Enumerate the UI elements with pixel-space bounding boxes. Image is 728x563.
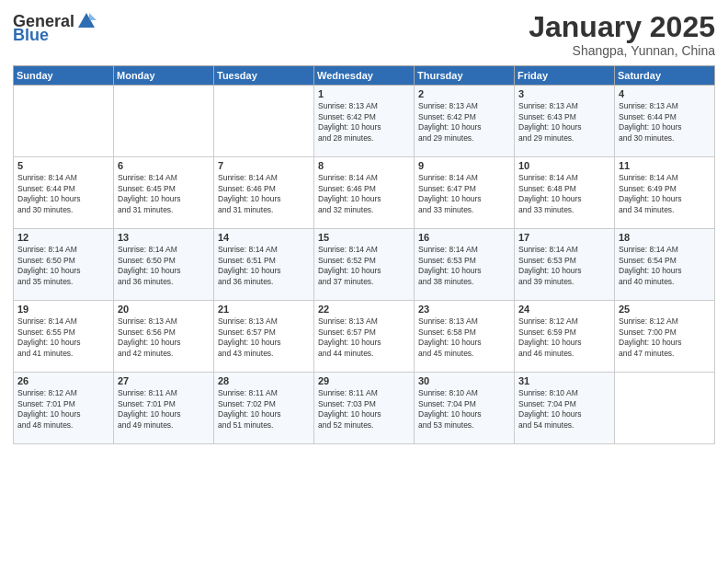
month-title: January 2025: [529, 11, 715, 43]
week-row-1: 1Sunrise: 8:13 AMSunset: 6:42 PMDaylight…: [14, 86, 715, 157]
col-header-wednesday: Wednesday: [314, 66, 415, 86]
col-header-monday: Monday: [114, 66, 214, 86]
calendar-table: SundayMondayTuesdayWednesdayThursdayFrid…: [13, 65, 715, 444]
day-number: 8: [318, 160, 410, 171]
day-info: Sunrise: 8:13 AMSunset: 6:44 PMDaylight:…: [619, 101, 711, 144]
day-cell: 3Sunrise: 8:13 AMSunset: 6:43 PMDaylight…: [515, 86, 615, 157]
day-cell: 5Sunrise: 8:14 AMSunset: 6:44 PMDaylight…: [14, 157, 114, 229]
col-header-thursday: Thursday: [415, 66, 515, 86]
day-info: Sunrise: 8:14 AMSunset: 6:51 PMDaylight:…: [218, 245, 310, 287]
day-number: 28: [218, 375, 310, 386]
day-cell: 28Sunrise: 8:11 AMSunset: 7:02 PMDayligh…: [214, 373, 314, 444]
day-number: 24: [518, 304, 610, 315]
day-cell: 4Sunrise: 8:13 AMSunset: 6:44 PMDaylight…: [615, 86, 715, 157]
day-number: 20: [118, 304, 210, 315]
day-info: Sunrise: 8:13 AMSunset: 6:42 PMDaylight:…: [318, 101, 410, 144]
day-cell: 7Sunrise: 8:14 AMSunset: 6:46 PMDaylight…: [214, 157, 314, 229]
day-number: 7: [218, 160, 310, 171]
day-number: 27: [118, 375, 210, 386]
col-header-tuesday: Tuesday: [214, 66, 314, 86]
day-info: Sunrise: 8:14 AMSunset: 6:45 PMDaylight:…: [118, 173, 210, 215]
week-row-3: 12Sunrise: 8:14 AMSunset: 6:50 PMDayligh…: [14, 229, 715, 301]
day-cell: 22Sunrise: 8:13 AMSunset: 6:57 PMDayligh…: [314, 301, 415, 373]
day-info: Sunrise: 8:12 AMSunset: 7:00 PMDaylight:…: [619, 316, 711, 359]
day-number: 15: [318, 232, 410, 243]
day-cell: 11Sunrise: 8:14 AMSunset: 6:49 PMDayligh…: [615, 157, 715, 229]
day-cell: 1Sunrise: 8:13 AMSunset: 6:42 PMDaylight…: [314, 86, 415, 157]
header: General Blue January 2025 Shangpa, Yunna…: [13, 11, 715, 58]
day-cell: 15Sunrise: 8:14 AMSunset: 6:52 PMDayligh…: [314, 229, 415, 301]
day-info: Sunrise: 8:14 AMSunset: 6:44 PMDaylight:…: [17, 173, 109, 215]
logo-icon: [76, 11, 97, 31]
day-number: 25: [619, 304, 711, 315]
day-cell: 10Sunrise: 8:14 AMSunset: 6:48 PMDayligh…: [515, 157, 615, 229]
day-cell: 26Sunrise: 8:12 AMSunset: 7:01 PMDayligh…: [14, 373, 114, 444]
day-cell: 24Sunrise: 8:12 AMSunset: 6:59 PMDayligh…: [515, 301, 615, 373]
day-number: 21: [218, 304, 310, 315]
day-number: 12: [17, 232, 109, 243]
day-info: Sunrise: 8:14 AMSunset: 6:46 PMDaylight:…: [218, 173, 310, 215]
day-cell: 27Sunrise: 8:11 AMSunset: 7:01 PMDayligh…: [114, 373, 214, 444]
day-info: Sunrise: 8:14 AMSunset: 6:55 PMDaylight:…: [17, 316, 109, 359]
day-number: 18: [619, 232, 711, 243]
col-header-friday: Friday: [515, 66, 615, 86]
day-cell: 8Sunrise: 8:14 AMSunset: 6:46 PMDaylight…: [314, 157, 415, 229]
day-info: Sunrise: 8:12 AMSunset: 7:01 PMDaylight:…: [17, 388, 109, 431]
day-number: 19: [17, 304, 109, 315]
day-info: Sunrise: 8:14 AMSunset: 6:46 PMDaylight:…: [318, 173, 410, 215]
day-number: 22: [318, 304, 410, 315]
day-number: 26: [17, 375, 109, 386]
day-cell: 9Sunrise: 8:14 AMSunset: 6:47 PMDaylight…: [415, 157, 515, 229]
day-info: Sunrise: 8:14 AMSunset: 6:47 PMDaylight:…: [418, 173, 510, 215]
day-number: 9: [418, 160, 510, 171]
day-cell: 21Sunrise: 8:13 AMSunset: 6:57 PMDayligh…: [214, 301, 314, 373]
day-number: 13: [118, 232, 210, 243]
day-number: 14: [218, 232, 310, 243]
day-cell: 20Sunrise: 8:13 AMSunset: 6:56 PMDayligh…: [114, 301, 214, 373]
day-info: Sunrise: 8:14 AMSunset: 6:53 PMDaylight:…: [418, 245, 510, 287]
page: General Blue January 2025 Shangpa, Yunna…: [0, 0, 728, 563]
day-info: Sunrise: 8:13 AMSunset: 6:58 PMDaylight:…: [418, 316, 510, 359]
day-number: 16: [418, 232, 510, 243]
day-cell: 19Sunrise: 8:14 AMSunset: 6:55 PMDayligh…: [14, 301, 114, 373]
day-number: 11: [619, 160, 711, 171]
day-info: Sunrise: 8:14 AMSunset: 6:49 PMDaylight:…: [619, 173, 711, 215]
week-row-5: 26Sunrise: 8:12 AMSunset: 7:01 PMDayligh…: [14, 373, 715, 444]
day-info: Sunrise: 8:11 AMSunset: 7:03 PMDaylight:…: [318, 388, 410, 431]
day-cell: [114, 86, 214, 157]
logo: General Blue: [13, 11, 97, 45]
day-cell: [615, 373, 715, 444]
day-number: 10: [518, 160, 610, 171]
logo-blue: Blue: [13, 26, 49, 45]
header-row: SundayMondayTuesdayWednesdayThursdayFrid…: [14, 66, 715, 86]
location-title: Shangpa, Yunnan, China: [529, 43, 715, 58]
day-info: Sunrise: 8:13 AMSunset: 6:56 PMDaylight:…: [118, 316, 210, 359]
day-cell: 18Sunrise: 8:14 AMSunset: 6:54 PMDayligh…: [615, 229, 715, 301]
day-cell: 31Sunrise: 8:10 AMSunset: 7:04 PMDayligh…: [515, 373, 615, 444]
day-cell: 30Sunrise: 8:10 AMSunset: 7:04 PMDayligh…: [415, 373, 515, 444]
day-cell: 29Sunrise: 8:11 AMSunset: 7:03 PMDayligh…: [314, 373, 415, 444]
day-number: 23: [418, 304, 510, 315]
day-info: Sunrise: 8:14 AMSunset: 6:48 PMDaylight:…: [518, 173, 610, 215]
day-info: Sunrise: 8:11 AMSunset: 7:01 PMDaylight:…: [118, 388, 210, 431]
day-number: 3: [518, 88, 610, 99]
day-cell: 12Sunrise: 8:14 AMSunset: 6:50 PMDayligh…: [14, 229, 114, 301]
day-cell: 6Sunrise: 8:14 AMSunset: 6:45 PMDaylight…: [114, 157, 214, 229]
day-cell: [214, 86, 314, 157]
day-info: Sunrise: 8:14 AMSunset: 6:54 PMDaylight:…: [619, 245, 711, 287]
day-cell: 25Sunrise: 8:12 AMSunset: 7:00 PMDayligh…: [615, 301, 715, 373]
day-info: Sunrise: 8:14 AMSunset: 6:50 PMDaylight:…: [118, 245, 210, 287]
col-header-sunday: Sunday: [14, 66, 114, 86]
week-row-2: 5Sunrise: 8:14 AMSunset: 6:44 PMDaylight…: [14, 157, 715, 229]
day-cell: [14, 86, 114, 157]
day-info: Sunrise: 8:14 AMSunset: 6:50 PMDaylight:…: [17, 245, 109, 287]
day-cell: 17Sunrise: 8:14 AMSunset: 6:53 PMDayligh…: [515, 229, 615, 301]
day-info: Sunrise: 8:14 AMSunset: 6:53 PMDaylight:…: [518, 245, 610, 287]
day-info: Sunrise: 8:14 AMSunset: 6:52 PMDaylight:…: [318, 245, 410, 287]
day-info: Sunrise: 8:13 AMSunset: 6:42 PMDaylight:…: [418, 101, 510, 144]
day-number: 17: [518, 232, 610, 243]
day-info: Sunrise: 8:13 AMSunset: 6:57 PMDaylight:…: [218, 316, 310, 359]
day-number: 2: [418, 88, 510, 99]
day-cell: 23Sunrise: 8:13 AMSunset: 6:58 PMDayligh…: [415, 301, 515, 373]
day-number: 6: [118, 160, 210, 171]
